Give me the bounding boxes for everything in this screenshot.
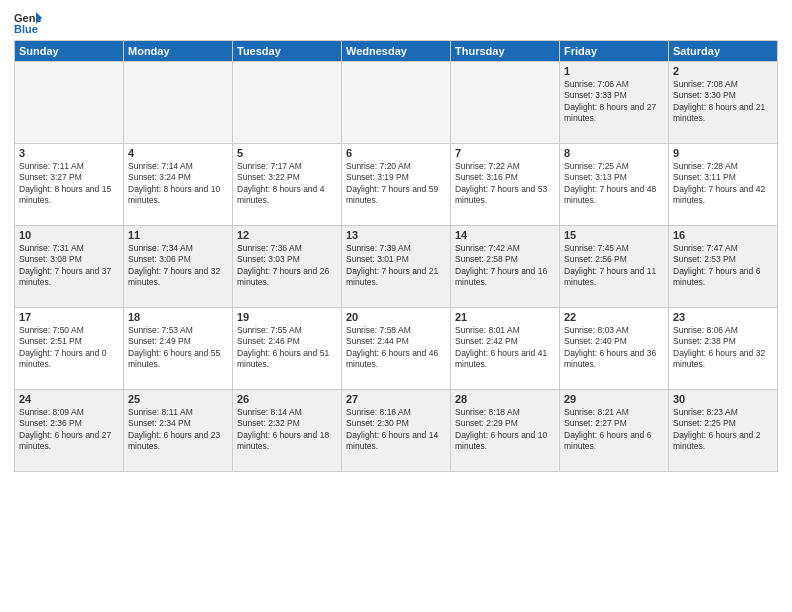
day-number: 30 (673, 393, 773, 405)
calendar-cell: 9Sunrise: 7:28 AM Sunset: 3:11 PM Daylig… (669, 144, 778, 226)
day-info: Sunrise: 7:47 AM Sunset: 2:53 PM Dayligh… (673, 243, 773, 289)
calendar-cell: 11Sunrise: 7:34 AM Sunset: 3:06 PM Dayli… (124, 226, 233, 308)
day-info: Sunrise: 7:28 AM Sunset: 3:11 PM Dayligh… (673, 161, 773, 207)
calendar-cell (124, 62, 233, 144)
calendar-cell (15, 62, 124, 144)
calendar-cell: 26Sunrise: 8:14 AM Sunset: 2:32 PM Dayli… (233, 390, 342, 472)
day-number: 16 (673, 229, 773, 241)
calendar-cell: 15Sunrise: 7:45 AM Sunset: 2:56 PM Dayli… (560, 226, 669, 308)
calendar-cell: 5Sunrise: 7:17 AM Sunset: 3:22 PM Daylig… (233, 144, 342, 226)
calendar-cell: 29Sunrise: 8:21 AM Sunset: 2:27 PM Dayli… (560, 390, 669, 472)
calendar-cell: 28Sunrise: 8:18 AM Sunset: 2:29 PM Dayli… (451, 390, 560, 472)
day-number: 13 (346, 229, 446, 241)
weekday-header: Monday (124, 41, 233, 62)
week-row: 3Sunrise: 7:11 AM Sunset: 3:27 PM Daylig… (15, 144, 778, 226)
calendar-cell: 24Sunrise: 8:09 AM Sunset: 2:36 PM Dayli… (15, 390, 124, 472)
day-number: 10 (19, 229, 119, 241)
weekday-header: Thursday (451, 41, 560, 62)
calendar-cell: 3Sunrise: 7:11 AM Sunset: 3:27 PM Daylig… (15, 144, 124, 226)
weekday-header: Saturday (669, 41, 778, 62)
calendar-cell: 1Sunrise: 7:06 AM Sunset: 3:33 PM Daylig… (560, 62, 669, 144)
calendar-cell: 18Sunrise: 7:53 AM Sunset: 2:49 PM Dayli… (124, 308, 233, 390)
header: General Blue (14, 10, 778, 34)
day-number: 8 (564, 147, 664, 159)
day-info: Sunrise: 8:18 AM Sunset: 2:29 PM Dayligh… (455, 407, 555, 453)
calendar-cell: 25Sunrise: 8:11 AM Sunset: 2:34 PM Dayli… (124, 390, 233, 472)
day-info: Sunrise: 7:31 AM Sunset: 3:08 PM Dayligh… (19, 243, 119, 289)
day-info: Sunrise: 7:22 AM Sunset: 3:16 PM Dayligh… (455, 161, 555, 207)
calendar-cell: 19Sunrise: 7:55 AM Sunset: 2:46 PM Dayli… (233, 308, 342, 390)
day-number: 28 (455, 393, 555, 405)
day-number: 2 (673, 65, 773, 77)
calendar-cell: 27Sunrise: 8:16 AM Sunset: 2:30 PM Dayli… (342, 390, 451, 472)
day-number: 9 (673, 147, 773, 159)
week-row: 24Sunrise: 8:09 AM Sunset: 2:36 PM Dayli… (15, 390, 778, 472)
day-info: Sunrise: 7:50 AM Sunset: 2:51 PM Dayligh… (19, 325, 119, 371)
day-number: 20 (346, 311, 446, 323)
day-info: Sunrise: 7:55 AM Sunset: 2:46 PM Dayligh… (237, 325, 337, 371)
day-info: Sunrise: 7:36 AM Sunset: 3:03 PM Dayligh… (237, 243, 337, 289)
day-info: Sunrise: 8:01 AM Sunset: 2:42 PM Dayligh… (455, 325, 555, 371)
week-row: 10Sunrise: 7:31 AM Sunset: 3:08 PM Dayli… (15, 226, 778, 308)
weekday-header-row: SundayMondayTuesdayWednesdayThursdayFrid… (15, 41, 778, 62)
day-number: 15 (564, 229, 664, 241)
weekday-header: Tuesday (233, 41, 342, 62)
day-number: 23 (673, 311, 773, 323)
weekday-header: Friday (560, 41, 669, 62)
weekday-header: Wednesday (342, 41, 451, 62)
svg-text:Blue: Blue (14, 23, 38, 34)
calendar-cell (233, 62, 342, 144)
day-info: Sunrise: 8:03 AM Sunset: 2:40 PM Dayligh… (564, 325, 664, 371)
day-number: 19 (237, 311, 337, 323)
calendar-cell (342, 62, 451, 144)
calendar-cell: 17Sunrise: 7:50 AM Sunset: 2:51 PM Dayli… (15, 308, 124, 390)
calendar-cell: 30Sunrise: 8:23 AM Sunset: 2:25 PM Dayli… (669, 390, 778, 472)
calendar-cell: 14Sunrise: 7:42 AM Sunset: 2:58 PM Dayli… (451, 226, 560, 308)
day-info: Sunrise: 7:14 AM Sunset: 3:24 PM Dayligh… (128, 161, 228, 207)
day-number: 22 (564, 311, 664, 323)
calendar-cell: 21Sunrise: 8:01 AM Sunset: 2:42 PM Dayli… (451, 308, 560, 390)
calendar-cell: 23Sunrise: 8:06 AM Sunset: 2:38 PM Dayli… (669, 308, 778, 390)
calendar-cell: 22Sunrise: 8:03 AM Sunset: 2:40 PM Dayli… (560, 308, 669, 390)
day-info: Sunrise: 8:09 AM Sunset: 2:36 PM Dayligh… (19, 407, 119, 453)
day-info: Sunrise: 7:45 AM Sunset: 2:56 PM Dayligh… (564, 243, 664, 289)
logo-icon: General Blue (14, 10, 42, 34)
calendar-cell: 20Sunrise: 7:58 AM Sunset: 2:44 PM Dayli… (342, 308, 451, 390)
week-row: 17Sunrise: 7:50 AM Sunset: 2:51 PM Dayli… (15, 308, 778, 390)
day-info: Sunrise: 8:16 AM Sunset: 2:30 PM Dayligh… (346, 407, 446, 453)
day-number: 12 (237, 229, 337, 241)
day-number: 7 (455, 147, 555, 159)
calendar-cell: 16Sunrise: 7:47 AM Sunset: 2:53 PM Dayli… (669, 226, 778, 308)
day-info: Sunrise: 7:39 AM Sunset: 3:01 PM Dayligh… (346, 243, 446, 289)
day-info: Sunrise: 7:11 AM Sunset: 3:27 PM Dayligh… (19, 161, 119, 207)
day-number: 17 (19, 311, 119, 323)
day-number: 14 (455, 229, 555, 241)
page: General Blue SundayMondayTuesdayWednesda… (0, 0, 792, 612)
day-info: Sunrise: 7:06 AM Sunset: 3:33 PM Dayligh… (564, 79, 664, 125)
logo: General Blue (14, 10, 42, 34)
calendar-cell: 6Sunrise: 7:20 AM Sunset: 3:19 PM Daylig… (342, 144, 451, 226)
day-info: Sunrise: 7:08 AM Sunset: 3:30 PM Dayligh… (673, 79, 773, 125)
day-number: 18 (128, 311, 228, 323)
calendar-cell (451, 62, 560, 144)
day-info: Sunrise: 8:21 AM Sunset: 2:27 PM Dayligh… (564, 407, 664, 453)
day-info: Sunrise: 8:23 AM Sunset: 2:25 PM Dayligh… (673, 407, 773, 453)
calendar-cell: 12Sunrise: 7:36 AM Sunset: 3:03 PM Dayli… (233, 226, 342, 308)
day-number: 11 (128, 229, 228, 241)
day-number: 25 (128, 393, 228, 405)
day-info: Sunrise: 7:53 AM Sunset: 2:49 PM Dayligh… (128, 325, 228, 371)
day-number: 26 (237, 393, 337, 405)
weekday-header: Sunday (15, 41, 124, 62)
calendar: SundayMondayTuesdayWednesdayThursdayFrid… (14, 40, 778, 472)
day-number: 29 (564, 393, 664, 405)
day-info: Sunrise: 7:25 AM Sunset: 3:13 PM Dayligh… (564, 161, 664, 207)
day-info: Sunrise: 7:34 AM Sunset: 3:06 PM Dayligh… (128, 243, 228, 289)
calendar-cell: 4Sunrise: 7:14 AM Sunset: 3:24 PM Daylig… (124, 144, 233, 226)
day-number: 3 (19, 147, 119, 159)
day-number: 1 (564, 65, 664, 77)
day-info: Sunrise: 7:42 AM Sunset: 2:58 PM Dayligh… (455, 243, 555, 289)
day-number: 5 (237, 147, 337, 159)
day-info: Sunrise: 7:20 AM Sunset: 3:19 PM Dayligh… (346, 161, 446, 207)
calendar-cell: 8Sunrise: 7:25 AM Sunset: 3:13 PM Daylig… (560, 144, 669, 226)
day-info: Sunrise: 7:17 AM Sunset: 3:22 PM Dayligh… (237, 161, 337, 207)
